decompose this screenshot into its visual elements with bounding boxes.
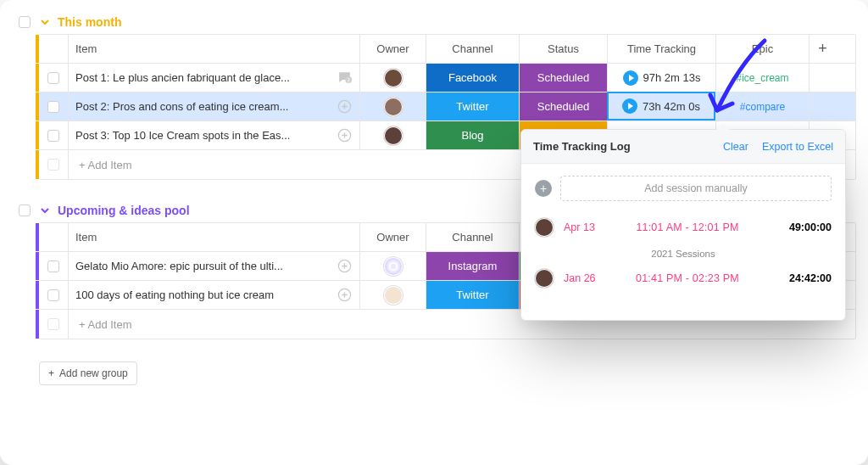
time-value: 73h 42m 0s <box>643 100 700 113</box>
row-checkbox[interactable] <box>47 101 59 113</box>
session-duration: 49:00:00 <box>772 221 832 233</box>
group-accent <box>36 252 39 280</box>
avatar[interactable] <box>384 257 403 276</box>
collapse-icon[interactable] <box>39 204 51 216</box>
channel-pill[interactable]: Facebook <box>426 64 519 92</box>
group-accent <box>36 92 39 120</box>
avatar <box>535 218 554 237</box>
table-header-row: Item Owner Channel Status Time Tracking … <box>39 35 855 64</box>
add-session-plus-icon[interactable]: + <box>535 180 552 197</box>
col-channel[interactable]: Channel <box>426 35 519 63</box>
status-pill[interactable]: Scheduled <box>520 92 607 120</box>
popover-title: Time Tracking Log <box>533 140 631 153</box>
svg-text:2: 2 <box>348 77 350 82</box>
item-name[interactable]: Post 2: Pros and cons of eating ice crea… <box>75 100 288 113</box>
session-date: Jan 26 <box>564 272 603 284</box>
year-separator: 2021 Sessions <box>535 249 832 259</box>
avatar[interactable] <box>384 126 403 145</box>
add-group-label: Add new group <box>59 367 128 379</box>
item-name[interactable]: Gelato Mio Amore: epic pursuit of the ul… <box>75 260 283 272</box>
group-checkbox[interactable] <box>19 204 31 216</box>
time-tracking-log-popover: Time Tracking Log Clear Export to Excel … <box>520 129 846 321</box>
session-date: Apr 13 <box>564 221 603 233</box>
add-session-label[interactable]: Add session manually <box>560 176 832 201</box>
board-page: This month Item Owner Channel Status Tim… <box>0 0 868 465</box>
col-epic[interactable]: Epic <box>715 35 809 63</box>
group-header-this-month[interactable]: This month <box>39 15 856 29</box>
group-accent <box>36 310 39 339</box>
group-title: This month <box>58 15 121 29</box>
add-chat-icon[interactable] <box>337 127 353 143</box>
session-row[interactable]: Jan 26 01:41 PM - 02:23 PM 24:42:00 <box>535 269 832 288</box>
group-accent <box>36 281 39 309</box>
collapse-icon[interactable] <box>39 16 51 28</box>
chat-icon[interactable]: 2 <box>337 70 353 86</box>
group-checkbox[interactable] <box>19 16 31 28</box>
session-duration: 24:42:00 <box>772 272 832 284</box>
group-accent <box>36 121 39 149</box>
row-checkbox[interactable] <box>47 261 59 272</box>
session-times: 01:41 PM - 02:23 PM <box>613 272 762 284</box>
col-checkbox <box>39 35 68 63</box>
row-end <box>809 64 836 92</box>
avatar[interactable] <box>384 69 403 87</box>
col-item[interactable]: Item <box>68 223 359 251</box>
col-time[interactable]: Time Tracking <box>607 35 715 63</box>
col-item[interactable]: Item <box>68 35 359 63</box>
popover-header: Time Tracking Log Clear Export to Excel <box>521 130 845 164</box>
time-tracking-cell[interactable]: 97h 2m 13s <box>607 64 715 92</box>
group-title: Upcoming & ideas pool <box>58 204 190 217</box>
add-session-row[interactable]: + Add session manually <box>535 176 832 201</box>
plus-icon: + <box>48 367 54 379</box>
row-checkbox[interactable] <box>47 72 59 84</box>
epic-tag[interactable]: #ice_cream <box>736 72 788 84</box>
col-owner[interactable]: Owner <box>359 223 426 251</box>
row-end <box>809 92 836 120</box>
session-times: 11:01 AM - 12:01 PM <box>613 221 762 233</box>
add-chat-icon[interactable] <box>337 258 353 274</box>
table-row[interactable]: Post 2: Pros and cons of eating ice crea… <box>39 92 855 121</box>
avatar[interactable] <box>384 286 403 305</box>
item-name[interactable]: Post 3: Top 10 Ice Cream spots in the Ea… <box>75 129 290 142</box>
export-button[interactable]: Export to Excel <box>762 141 833 153</box>
item-name[interactable]: 100 days of eating nothing but ice cream <box>75 289 274 301</box>
play-icon[interactable] <box>623 70 638 86</box>
session-row[interactable]: Apr 13 11:01 AM - 12:01 PM 49:00:00 <box>535 218 832 237</box>
channel-pill[interactable]: Instagram <box>426 252 519 280</box>
col-channel[interactable]: Channel <box>426 223 519 251</box>
group-accent <box>36 150 39 179</box>
channel-pill[interactable]: Twitter <box>426 92 519 120</box>
add-group-button[interactable]: + Add new group <box>39 361 137 385</box>
row-checkbox[interactable] <box>47 289 59 301</box>
epic-tag[interactable]: #compare <box>740 101 785 113</box>
group-accent <box>36 64 39 92</box>
item-name[interactable]: Post 1: Le plus ancien fabriquant de gla… <box>75 71 290 84</box>
add-column-button[interactable]: + <box>809 35 836 63</box>
play-icon[interactable] <box>622 98 637 114</box>
row-checkbox[interactable] <box>47 318 59 330</box>
time-value: 97h 2m 13s <box>643 71 701 84</box>
channel-pill[interactable]: Blog <box>426 121 519 149</box>
col-owner[interactable]: Owner <box>359 35 426 63</box>
clear-button[interactable]: Clear <box>723 141 748 153</box>
col-checkbox <box>39 223 68 251</box>
group-accent <box>36 35 39 63</box>
col-status[interactable]: Status <box>519 35 607 63</box>
group-accent <box>36 223 39 251</box>
avatar[interactable] <box>384 98 403 116</box>
table-row[interactable]: Post 1: Le plus ancien fabriquant de gla… <box>39 64 855 92</box>
channel-pill[interactable]: Twitter <box>426 281 519 309</box>
avatar <box>535 269 554 288</box>
add-chat-icon[interactable] <box>337 98 353 115</box>
popover-body: + Add session manually Apr 13 11:01 AM -… <box>521 164 845 320</box>
add-chat-icon[interactable] <box>337 287 353 303</box>
time-tracking-cell-active[interactable]: 73h 42m 0s <box>607 92 715 120</box>
row-checkbox[interactable] <box>47 130 59 142</box>
status-pill[interactable]: Scheduled <box>520 64 607 92</box>
row-checkbox[interactable] <box>47 159 59 171</box>
